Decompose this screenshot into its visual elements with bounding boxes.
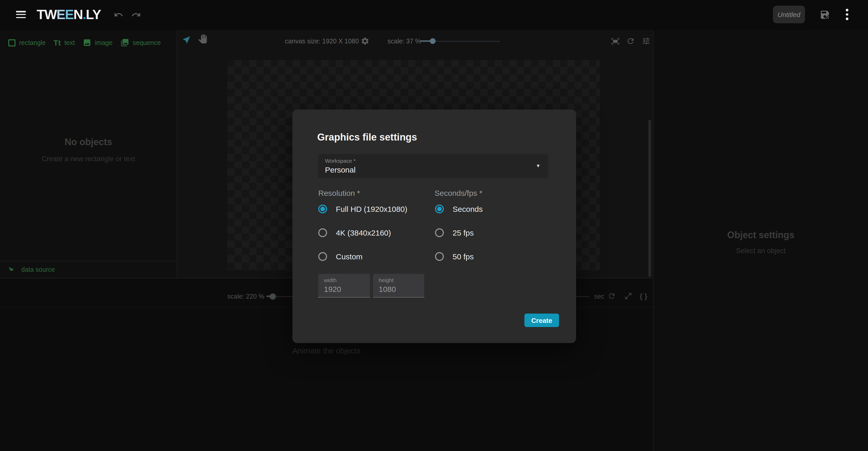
seconds-fps-group-label: Seconds/fps * [435, 189, 482, 197]
add-text-button[interactable]: Tt text [54, 39, 75, 46]
workspace-select-value: Personal [325, 165, 355, 174]
data-source-label: data source [21, 266, 55, 273]
resolution-group-label: Resolution * [318, 189, 360, 197]
pan-hand-icon[interactable] [198, 34, 207, 43]
image-icon [83, 38, 91, 47]
rectangle-icon [8, 39, 16, 46]
empty-objects-title: No objects [0, 137, 177, 148]
add-image-button[interactable]: image [83, 38, 113, 47]
save-as-icon[interactable] [819, 9, 830, 20]
radio-unselected-icon [435, 228, 444, 237]
radio-label: 4K (3840x2160) [336, 228, 391, 237]
text-icon: Tt [54, 39, 61, 46]
timeline-refresh-icon[interactable] [608, 292, 616, 300]
more-options-kebab-icon[interactable] [846, 9, 848, 20]
radio-label: Full HD (1920x1080) [336, 204, 407, 213]
height-field[interactable]: height 1080 [373, 274, 424, 297]
tool-label: sequence [133, 39, 161, 46]
undo-icon[interactable] [114, 10, 123, 20]
object-settings-subtitle: Select an object [654, 247, 868, 255]
tool-label: rectangle [19, 39, 46, 46]
canvas-scale-label: scale: 37 % [388, 38, 421, 45]
timeline-expand-icon[interactable] [624, 292, 632, 300]
refresh-canvas-icon[interactable] [626, 37, 635, 45]
timeline-scale-slider-thumb[interactable] [270, 293, 276, 300]
logo-segment: . [83, 7, 86, 22]
data-source-button[interactable]: data source [0, 261, 177, 278]
timeline-seconds-label: sec [594, 293, 604, 300]
radio-label: 50 fps [453, 252, 474, 261]
radio-4k[interactable]: 4K (3840x2160) [318, 227, 391, 238]
canvas-size-label: canvas size: 1920 X 1080 [270, 38, 374, 45]
radio-label: 25 fps [453, 228, 474, 237]
radio-label: Custom [336, 252, 363, 261]
object-tools-toolbar: rectangle Tt text image sequence [8, 38, 161, 47]
radio-unselected-icon [318, 252, 327, 261]
width-field-value: 1920 [324, 285, 341, 293]
height-field-value: 1080 [379, 285, 396, 293]
graphics-file-settings-dialog: Graphics file settings Workspace * Perso… [292, 109, 576, 343]
radio-unselected-icon [435, 252, 444, 261]
top-app-bar: TWEEN.LY Untitled [0, 0, 868, 30]
objects-panel: rectangle Tt text image sequence No obje… [0, 30, 177, 278]
redo-icon[interactable] [131, 10, 141, 20]
select-cursor-icon[interactable] [182, 35, 191, 44]
radio-25fps[interactable]: 25 fps [435, 227, 474, 238]
radio-unselected-icon [318, 228, 327, 237]
radio-50fps[interactable]: 50 fps [435, 251, 474, 261]
logo-segment: LY [86, 7, 101, 22]
app-logo: TWEEN.LY [37, 7, 101, 23]
object-settings-panel: Object settings Select an object [653, 30, 868, 451]
radio-custom[interactable]: Custom [318, 251, 363, 261]
fit-to-screen-icon[interactable] [611, 37, 620, 46]
timeline-empty-text: Animate the objects [0, 346, 653, 355]
radio-full-hd[interactable]: Full HD (1920x1080) [318, 203, 407, 214]
width-field[interactable]: width 1920 [318, 274, 370, 297]
canvas-vertical-scrollbar[interactable] [648, 120, 651, 277]
radio-selected-icon [435, 204, 444, 213]
hamburger-menu-icon[interactable] [16, 11, 26, 18]
timeline-scale-label: scale: 220 % [227, 293, 264, 300]
data-source-icon [7, 265, 16, 274]
chevron-down-icon: ▼ [536, 163, 540, 168]
tool-label: image [95, 39, 113, 46]
canvas-scale-slider-thumb[interactable] [430, 38, 436, 44]
width-field-label: width [324, 277, 337, 283]
logo-segment: TW [37, 7, 57, 22]
empty-objects-subtitle: Create a new rectangle or text [0, 155, 177, 163]
radio-selected-icon [318, 204, 327, 213]
file-name-button[interactable]: Untitled [773, 6, 805, 23]
tool-label: text [64, 39, 75, 46]
height-field-label: height [379, 277, 394, 283]
canvas-settings-gear-icon[interactable] [361, 37, 369, 45]
object-settings-title: Object settings [654, 230, 868, 241]
add-rectangle-button[interactable]: rectangle [8, 39, 46, 46]
logo-segment: N [73, 7, 83, 22]
radio-label: Seconds [453, 204, 483, 213]
workspace-select[interactable]: Workspace * Personal ▼ [318, 154, 548, 178]
add-sequence-button[interactable]: sequence [120, 38, 161, 47]
app-window: TWEEN.LY Untitled rectangle Tt text imag [0, 0, 868, 451]
create-button[interactable]: Create [524, 314, 559, 327]
logo-segment: E [65, 7, 74, 22]
workspace-select-label: Workspace * [325, 158, 356, 164]
sequence-icon [120, 38, 129, 47]
timeline-code-braces-icon[interactable]: { } [640, 292, 647, 300]
dialog-title: Graphics file settings [317, 132, 417, 143]
logo-segment: E [57, 7, 65, 22]
tune-sliders-icon[interactable] [642, 37, 650, 45]
radio-seconds[interactable]: Seconds [435, 203, 483, 214]
